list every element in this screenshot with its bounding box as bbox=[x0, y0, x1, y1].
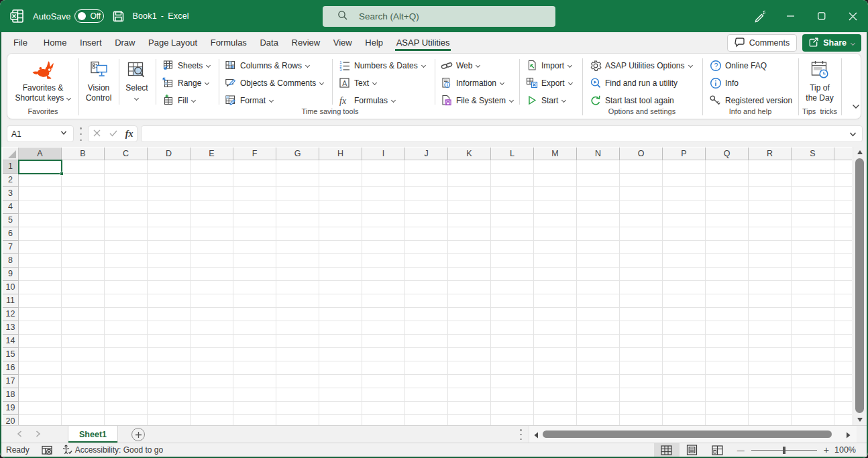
accessibility-status[interactable]: Accessibility: Good to go bbox=[75, 445, 163, 455]
column-header-e[interactable]: E bbox=[191, 148, 233, 160]
row-header-6[interactable]: 6 bbox=[3, 227, 19, 241]
search-input[interactable]: Search (Alt+Q) bbox=[323, 6, 555, 27]
tab-help[interactable]: Help bbox=[359, 32, 390, 53]
comments-button[interactable]: Comments bbox=[727, 34, 797, 52]
autosave-toggle[interactable]: Off bbox=[74, 9, 104, 23]
tab-review[interactable]: Review bbox=[285, 32, 327, 53]
column-header-k[interactable]: K bbox=[448, 148, 491, 160]
tab-data[interactable]: Data bbox=[254, 32, 285, 53]
vertical-scroll-thumb[interactable] bbox=[855, 158, 864, 413]
ribbon-button-file-system[interactable]: File & System bbox=[440, 93, 514, 107]
ribbon-button-import[interactable]: Import bbox=[525, 58, 573, 72]
column-header-o[interactable]: O bbox=[620, 148, 663, 160]
ribbon-button-format[interactable]: Format bbox=[224, 93, 324, 107]
column-header-b[interactable]: B bbox=[62, 148, 105, 160]
scroll-right-icon[interactable] bbox=[846, 431, 851, 441]
column-header-p[interactable]: P bbox=[663, 148, 706, 160]
row-header-18[interactable]: 18 bbox=[3, 388, 19, 402]
share-button[interactable]: Share bbox=[802, 34, 861, 52]
save-icon[interactable] bbox=[109, 7, 127, 25]
vision-control-button[interactable]: VisionControl bbox=[81, 56, 116, 113]
close-button[interactable] bbox=[837, 0, 868, 32]
view-normal-button[interactable] bbox=[654, 443, 680, 457]
row-header-7[interactable]: 7 bbox=[3, 241, 19, 254]
status-ready[interactable]: Ready bbox=[6, 445, 30, 455]
row-header-19[interactable]: 19 bbox=[3, 402, 19, 415]
column-header-a[interactable]: A bbox=[19, 148, 62, 160]
row-header-13[interactable]: 13 bbox=[3, 321, 19, 335]
collapse-ribbon-chevron-icon[interactable] bbox=[851, 102, 861, 113]
name-box[interactable]: A1 bbox=[7, 125, 74, 142]
editor-pen-icon[interactable] bbox=[745, 0, 775, 32]
ribbon-button-text[interactable]: AText bbox=[338, 76, 426, 90]
select-all-corner[interactable] bbox=[3, 148, 19, 160]
ribbon-button-numbers-dates[interactable]: 123Numbers & Dates bbox=[338, 58, 426, 72]
zoom-level[interactable]: 100% bbox=[829, 445, 861, 455]
ribbon-button-formulas[interactable]: fxFormulas bbox=[338, 93, 426, 107]
ribbon-button-information[interactable]: Information bbox=[440, 76, 514, 90]
view-page-layout-button[interactable] bbox=[680, 443, 705, 457]
ribbon-button-objects-comments[interactable]: Objects & Comments bbox=[224, 76, 324, 90]
ribbon-button-find-and-run-a-utility[interactable]: Find and run a utility bbox=[589, 76, 693, 90]
ribbon-button-asap-utilities-options[interactable]: ASAP Utilities Options bbox=[589, 58, 693, 72]
vertical-scrollbar[interactable] bbox=[853, 147, 867, 425]
cells-area[interactable] bbox=[19, 160, 852, 425]
column-header-q[interactable]: Q bbox=[706, 148, 749, 160]
column-header-i[interactable]: I bbox=[362, 148, 405, 160]
row-header-15[interactable]: 15 bbox=[3, 348, 19, 361]
row-header-4[interactable]: 4 bbox=[3, 201, 19, 214]
horizontal-scroll-thumb[interactable] bbox=[543, 431, 832, 438]
ribbon-button-range[interactable]: Range bbox=[162, 76, 211, 90]
row-header-8[interactable]: 8 bbox=[3, 254, 19, 268]
column-header-g[interactable]: G bbox=[276, 148, 319, 160]
column-header-d[interactable]: D bbox=[148, 148, 191, 160]
row-header-2[interactable]: 2 bbox=[3, 174, 19, 187]
ribbon-button-columns-rows[interactable]: Columns & Rows bbox=[224, 58, 324, 72]
column-header-s[interactable]: S bbox=[792, 148, 834, 160]
accessibility-icon[interactable] bbox=[62, 445, 72, 455]
minimize-button[interactable] bbox=[775, 0, 806, 32]
column-header-c[interactable]: C bbox=[105, 148, 148, 160]
excel-logo-icon[interactable] bbox=[9, 8, 25, 24]
row-header-14[interactable]: 14 bbox=[3, 335, 19, 348]
scroll-up-icon[interactable] bbox=[853, 147, 867, 158]
tab-home[interactable]: Home bbox=[37, 32, 73, 53]
ribbon-button-web[interactable]: Web bbox=[440, 58, 514, 72]
ribbon-button-start-last-tool-again[interactable]: Start last tool again bbox=[589, 93, 693, 107]
ribbon-button-online-faq[interactable]: ?Online FAQ bbox=[709, 58, 792, 72]
zoom-out-button[interactable]: — bbox=[737, 446, 745, 454]
favorites-shortcut-keys-button[interactable]: Favorites &Shortcut keys bbox=[9, 56, 76, 113]
column-header-h[interactable]: H bbox=[319, 148, 362, 160]
name-box-chevron-down-icon[interactable] bbox=[60, 129, 68, 139]
new-sheet-button[interactable] bbox=[131, 428, 145, 441]
formula-bar-grip[interactable] bbox=[80, 127, 82, 141]
column-header-r[interactable]: R bbox=[749, 148, 792, 160]
horizontal-scrollbar[interactable] bbox=[529, 426, 857, 443]
fill-handle[interactable] bbox=[60, 172, 64, 176]
insert-function-icon[interactable]: fx bbox=[125, 129, 133, 139]
tab-page-layout[interactable]: Page Layout bbox=[142, 32, 204, 53]
column-header-l[interactable]: L bbox=[491, 148, 534, 160]
row-header-10[interactable]: 10 bbox=[3, 281, 19, 294]
column-header-n[interactable]: N bbox=[577, 148, 620, 160]
tab-draw[interactable]: Draw bbox=[108, 32, 142, 53]
tip-of-the-day-button[interactable]: Tip ofthe Day bbox=[800, 56, 839, 113]
maximize-button[interactable] bbox=[806, 0, 837, 32]
row-header-3[interactable]: 3 bbox=[3, 187, 19, 201]
sheet-nav-left-icon[interactable] bbox=[17, 430, 22, 439]
scroll-left-icon[interactable] bbox=[533, 431, 539, 441]
select-button[interactable]: Select bbox=[120, 56, 154, 113]
ribbon-button-sheets[interactable]: Sheets bbox=[162, 58, 211, 72]
column-header-f[interactable]: F bbox=[233, 148, 276, 160]
column-header-m[interactable]: M bbox=[534, 148, 577, 160]
view-page-break-button[interactable] bbox=[705, 443, 730, 457]
row-header-5[interactable]: 5 bbox=[3, 214, 19, 227]
ribbon-button-registered-version[interactable]: Registered version bbox=[709, 93, 792, 107]
tab-view[interactable]: View bbox=[327, 32, 359, 53]
sheet-tab-sheet1[interactable]: Sheet1 bbox=[68, 426, 118, 443]
tab-insert[interactable]: Insert bbox=[73, 32, 108, 53]
macro-record-icon[interactable] bbox=[42, 445, 53, 455]
row-header-17[interactable]: 17 bbox=[3, 375, 19, 388]
row-header-11[interactable]: 11 bbox=[3, 294, 19, 308]
enter-check-icon[interactable] bbox=[109, 129, 118, 139]
